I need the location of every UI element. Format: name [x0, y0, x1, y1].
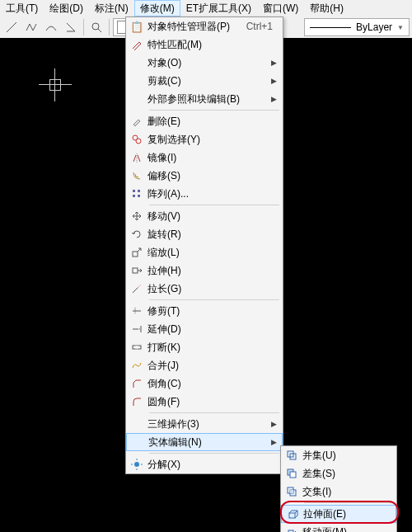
trim-icon	[126, 305, 147, 317]
menu-window[interactable]: 窗口(W)	[257, 0, 304, 16]
menu-item-explode[interactable]: 分解(X)	[126, 455, 283, 473]
menu-item-properties-manager[interactable]: 📋 对象特性管理器(P) Ctrl+1	[126, 17, 283, 35]
union-icon	[281, 450, 302, 461]
solid-editing-submenu: 并集(U) 差集(S) 交集(I) 拉伸面(E) 移动面(M) 偏移面(O)	[280, 445, 397, 532]
mirror-icon	[126, 152, 147, 163]
menu-et-tools[interactable]: ET扩展工具(X)	[180, 0, 257, 16]
menu-item-array[interactable]: 阵列(A)...	[126, 185, 283, 203]
menu-item-object[interactable]: 对象(O) ▶	[126, 54, 283, 72]
menu-item-scale[interactable]: 缩放(L)	[126, 243, 283, 261]
menu-item-clip[interactable]: 剪裁(C) ▶	[126, 72, 283, 90]
submenu-item-move-face[interactable]: 移动面(M)	[281, 523, 396, 532]
svg-rect-5	[133, 195, 135, 197]
tool-angle-icon[interactable]	[62, 18, 80, 36]
move-face-icon	[281, 526, 302, 532]
explode-icon	[126, 459, 147, 470]
menu-item-solid-editing[interactable]: 实体编辑(N) ▶	[126, 433, 283, 451]
extend-icon	[126, 323, 147, 335]
menu-item-xref-block-edit[interactable]: 外部参照和块编辑(B) ▶	[126, 90, 283, 108]
svg-point-10	[134, 462, 139, 467]
menu-dimension[interactable]: 标注(N)	[89, 0, 134, 16]
stretch-icon	[126, 265, 147, 276]
menu-item-3d-ops[interactable]: 三维操作(3) ▶	[126, 415, 283, 433]
svg-rect-4	[138, 190, 140, 192]
menu-item-extend[interactable]: 延伸(D)	[126, 320, 283, 338]
break-icon	[126, 341, 147, 353]
tool-line-icon[interactable]	[2, 18, 21, 36]
linetype-preview-icon	[310, 27, 351, 28]
modify-menu-dropdown: 📋 对象特性管理器(P) Ctrl+1 特性匹配(M) 对象(O) ▶ 剪裁(C…	[125, 16, 283, 474]
menu-divider	[149, 412, 279, 413]
menu-draw[interactable]: 绘图(D)	[44, 0, 89, 16]
accelerator-text: Ctrl+1	[246, 21, 278, 32]
submenu-arrow-icon: ▶	[269, 420, 278, 428]
menu-item-offset[interactable]: 偏移(S)	[126, 167, 283, 185]
toolbar-separator	[109, 19, 110, 35]
offset-icon	[126, 170, 147, 181]
join-icon	[126, 360, 147, 371]
submenu-item-intersect[interactable]: 交集(I)	[281, 483, 396, 501]
menu-modify[interactable]: 修改(M)	[134, 0, 180, 16]
submenu-arrow-icon: ▶	[269, 59, 278, 67]
submenu-arrow-icon: ▶	[269, 77, 278, 85]
menu-item-trim[interactable]: 修剪(T)	[126, 302, 283, 320]
svg-rect-6	[138, 195, 140, 197]
svg-point-0	[92, 23, 99, 30]
toolbar-separator	[83, 19, 84, 35]
copy-icon	[126, 134, 147, 145]
menu-help[interactable]: 帮助(H)	[304, 0, 349, 16]
chamfer-icon	[126, 378, 147, 389]
svg-rect-8	[133, 268, 138, 273]
svg-point-2	[136, 139, 141, 144]
svg-rect-7	[133, 252, 138, 257]
svg-rect-17	[290, 490, 293, 493]
intersect-icon	[281, 486, 302, 497]
svg-rect-18	[289, 513, 295, 518]
erase-icon	[126, 115, 147, 127]
svg-rect-3	[133, 190, 135, 192]
menu-divider	[304, 502, 393, 503]
menu-item-stretch[interactable]: 拉伸(H)	[126, 261, 283, 280]
menu-item-rotate[interactable]: 旋转(R)	[126, 225, 283, 243]
fillet-icon	[126, 396, 147, 407]
menu-item-match-props[interactable]: 特性匹配(M)	[126, 35, 283, 54]
scale-icon	[126, 247, 147, 258]
menu-divider	[149, 205, 279, 205]
menu-item-move[interactable]: 移动(V)	[126, 207, 283, 225]
menu-tools[interactable]: 工具(T)	[0, 0, 44, 16]
move-icon	[126, 210, 147, 222]
properties-icon: 📋	[126, 21, 147, 33]
menu-divider	[149, 453, 279, 454]
menu-item-lengthen[interactable]: 拉长(G)	[126, 280, 283, 298]
subtract-icon	[281, 468, 302, 479]
menu-item-join[interactable]: 合并(J)	[126, 356, 283, 374]
submenu-arrow-icon: ▶	[269, 438, 278, 446]
menu-divider	[149, 110, 279, 111]
extrude-face-icon	[282, 508, 303, 520]
match-props-icon	[126, 39, 147, 50]
linetype-dropdown[interactable]: ByLayer ▼	[304, 18, 410, 36]
menubar: 工具(T) 绘图(D) 标注(N) 修改(M) ET扩展工具(X) 窗口(W) …	[0, 0, 412, 17]
tool-zoom-icon[interactable]	[87, 18, 105, 36]
menu-item-copy[interactable]: 复制选择(Y)	[126, 130, 283, 148]
menu-item-fillet[interactable]: 圆角(F)	[126, 393, 283, 411]
linetype-label: ByLayer	[356, 21, 392, 33]
menu-item-erase[interactable]: 删除(E)	[126, 112, 283, 130]
menu-item-break[interactable]: 打断(K)	[126, 338, 283, 356]
tool-polyline-icon[interactable]	[22, 18, 40, 36]
tool-curve-icon[interactable]	[42, 18, 60, 36]
submenu-item-extrude-face[interactable]: 拉伸面(E)	[281, 505, 396, 523]
submenu-item-union[interactable]: 并集(U)	[281, 446, 396, 464]
array-icon	[126, 188, 147, 200]
lengthen-icon	[126, 283, 147, 294]
chevron-down-icon: ▼	[397, 24, 404, 31]
menu-item-mirror[interactable]: 镜像(I)	[126, 148, 283, 167]
menu-divider	[149, 299, 279, 300]
menu-item-chamfer[interactable]: 倒角(C)	[126, 374, 283, 393]
cursor-crosshair-icon	[49, 79, 61, 91]
rotate-icon	[126, 228, 147, 240]
svg-rect-9	[133, 346, 141, 349]
submenu-item-subtract[interactable]: 差集(S)	[281, 464, 396, 483]
submenu-arrow-icon: ▶	[269, 95, 278, 103]
svg-rect-14	[290, 472, 296, 478]
